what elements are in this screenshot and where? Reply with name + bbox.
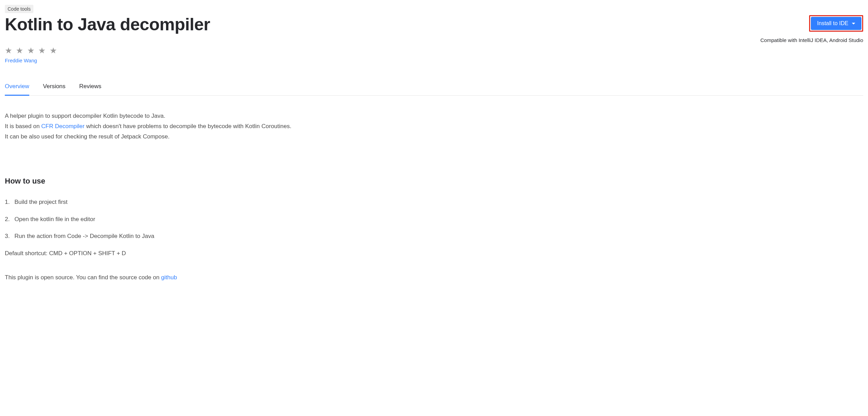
author-link[interactable]: Freddie Wang: [5, 58, 37, 63]
header-row: Kotlin to Java decompiler Install to IDE…: [5, 15, 863, 43]
description-line: It is based on CFR Decompiler which does…: [5, 121, 384, 132]
chevron-down-icon: [852, 23, 855, 24]
tab-versions[interactable]: Versions: [43, 83, 65, 96]
tab-reviews[interactable]: Reviews: [79, 83, 101, 96]
compatibility-text: Compatible with IntelliJ IDEA, Android S…: [761, 37, 863, 43]
page-title: Kotlin to Java decompiler: [5, 15, 210, 34]
shortcut-note: Default shortcut: CMD + OPTION + SHIFT +…: [5, 248, 384, 259]
star-icon[interactable]: ★: [16, 46, 23, 55]
text: It is based on: [5, 123, 41, 129]
description-line: A helper plugin to support decompiler Ko…: [5, 111, 384, 121]
step-item: Run the action from Code -> Decompile Ko…: [5, 231, 384, 241]
tabs: Overview Versions Reviews: [5, 83, 863, 96]
description-line: It can be also used for checking the res…: [5, 132, 384, 142]
category-tag[interactable]: Code tools: [5, 5, 33, 13]
source-line: This plugin is open source. You can find…: [5, 272, 384, 283]
header-right: Install to IDE Compatible with IntelliJ …: [761, 15, 863, 43]
rating-stars[interactable]: ★ ★ ★ ★ ★: [5, 46, 863, 55]
install-to-ide-button[interactable]: Install to IDE: [811, 17, 861, 30]
text: which doesn't have problems to decompile…: [84, 123, 291, 129]
tab-overview[interactable]: Overview: [5, 83, 29, 96]
star-icon[interactable]: ★: [5, 46, 12, 55]
how-to-use-heading: How to use: [5, 175, 384, 188]
overview-content: A helper plugin to support decompiler Ko…: [5, 111, 384, 283]
steps-list: Build the project first Open the kotlin …: [5, 197, 384, 241]
cfr-decompiler-link[interactable]: CFR Decompiler: [41, 123, 85, 129]
star-icon[interactable]: ★: [38, 46, 46, 55]
install-highlight-box: Install to IDE: [809, 15, 863, 32]
text: This plugin is open source. You can find…: [5, 274, 161, 281]
step-item: Open the kotlin file in the editor: [5, 214, 384, 225]
install-button-label: Install to IDE: [817, 20, 848, 27]
github-link[interactable]: github: [161, 274, 177, 281]
step-item: Build the project first: [5, 197, 384, 207]
star-icon[interactable]: ★: [27, 46, 35, 55]
star-icon[interactable]: ★: [50, 46, 57, 55]
